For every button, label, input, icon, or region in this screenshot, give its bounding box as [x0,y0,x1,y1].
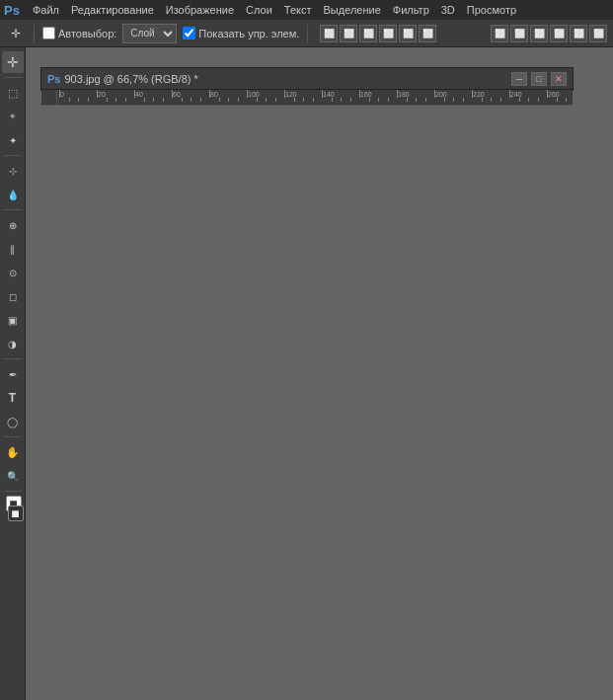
align-right[interactable]: ⬜ [359,25,377,42]
lasso-tool[interactable]: ⌖ [2,106,24,127]
document-titlebar: Ps 903.jpg @ 66,7% (RGB/8) * ─ □ ✕ [41,68,573,90]
rect-select-tool[interactable]: ⬚ [2,82,24,104]
menu-layers[interactable]: Слои [241,3,277,17]
doc-minimize[interactable]: ─ [511,72,527,86]
magic-wand-tool[interactable]: ✦ [2,129,24,151]
align-center-h[interactable]: ⬜ [340,25,357,42]
menu-text[interactable]: Текст [279,3,317,17]
shape-tool[interactable]: ◯ [2,411,24,432]
main-area: ✛ ⬚ ⌖ ✦ ⊹ 💧 ⊕ ∥ ⊙ ◻ ▣ ◑ ✒ T ◯ ✋ 🔍 ■ ■ Ps… [0,47,613,700]
move-tool-options[interactable]: ✛ [6,24,26,43]
tool-sep1 [4,77,22,78]
hand-tool[interactable]: ✋ [2,441,24,463]
dist-bottom[interactable]: ⬜ [589,25,607,42]
doc-maximize[interactable]: □ [531,72,547,86]
gradient-tool[interactable]: ▣ [2,309,24,331]
align-top[interactable]: ⬜ [379,25,397,42]
heal-tool[interactable]: ⊕ [2,214,24,236]
eyedropper-tool[interactable]: 💧 [2,184,24,205]
doc-close[interactable]: ✕ [551,72,567,86]
autoselect-label: Автовыбор: [58,28,116,39]
canvas-area: Ps 903.jpg @ 66,7% (RGB/8) * ─ □ ✕ 02040… [26,47,613,700]
menu-bar: Ps Файл Редактирование Изображение Слои … [0,0,613,20]
menu-edit[interactable]: Редактирование [66,3,159,17]
clone-tool[interactable]: ⊙ [2,262,24,283]
menu-filter[interactable]: Фильтр [388,3,434,17]
dist-right[interactable]: ⬜ [530,25,548,42]
align-center-v[interactable]: ⬜ [399,25,417,42]
left-toolbar: ✛ ⬚ ⌖ ✦ ⊹ 💧 ⊕ ∥ ⊙ ◻ ▣ ◑ ✒ T ◯ ✋ 🔍 ■ ■ [0,47,26,700]
dist-center-h[interactable]: ⬜ [510,25,528,42]
dist-top[interactable]: ⬜ [550,25,568,42]
pen-tool[interactable]: ✒ [2,363,24,385]
move-tool[interactable]: ✛ [2,51,24,73]
menu-file[interactable]: Файл [28,3,64,17]
align-group: ⬜ ⬜ ⬜ ⬜ ⬜ ⬜ [320,25,436,42]
document-title: 903.jpg @ 66,7% (RGB/8) * [64,73,507,85]
doc-logo: Ps [47,73,60,85]
show-controls-group: Показать упр. элем. [183,27,299,39]
tool-sep2 [4,155,22,156]
menu-select[interactable]: Выделение [319,3,386,17]
show-controls-label: Показать упр. элем. [198,28,299,39]
dist-center-v[interactable]: ⬜ [570,25,587,42]
align-left[interactable]: ⬜ [320,25,338,42]
tool-sep5 [4,436,22,437]
options-bar: ✛ Автовыбор: Слой Показать упр. элем. ⬜ … [0,20,613,47]
menu-image[interactable]: Изображение [161,3,239,17]
tool-sep4 [4,358,22,359]
align-bottom[interactable]: ⬜ [419,25,436,42]
type-tool[interactable]: T [2,387,24,409]
ruler-horizontal: 020406080100120140160180200220240260 [57,90,573,106]
crop-tool[interactable]: ⊹ [2,160,24,182]
zoom-tool[interactable]: 🔍 [2,465,24,487]
show-controls-checkbox[interactable] [183,27,195,39]
autoselect-checkbox[interactable] [42,27,55,39]
menu-view[interactable]: Просмотр [462,3,521,17]
dist-left[interactable]: ⬜ [491,25,508,42]
app-logo: Ps [4,3,20,18]
menu-3d[interactable]: 3D [436,3,460,17]
autoselect-checkbox-group: Автовыбор: [42,27,116,39]
separator2 [307,25,308,42]
brush-tool[interactable]: ∥ [2,238,24,260]
document-window: Ps 903.jpg @ 66,7% (RGB/8) * ─ □ ✕ 02040… [40,67,574,91]
ruler-corner [41,90,57,106]
distribute-group: ⬜ ⬜ ⬜ ⬜ ⬜ ⬜ [491,25,607,42]
dodge-tool[interactable]: ◑ [2,333,24,354]
tool-sep3 [4,209,22,210]
separator [34,25,35,42]
layer-select[interactable]: Слой [122,24,177,43]
bg-color-btn[interactable]: ■ [8,506,24,521]
eraser-tool[interactable]: ◻ [2,285,24,307]
tool-sep6 [4,491,22,492]
